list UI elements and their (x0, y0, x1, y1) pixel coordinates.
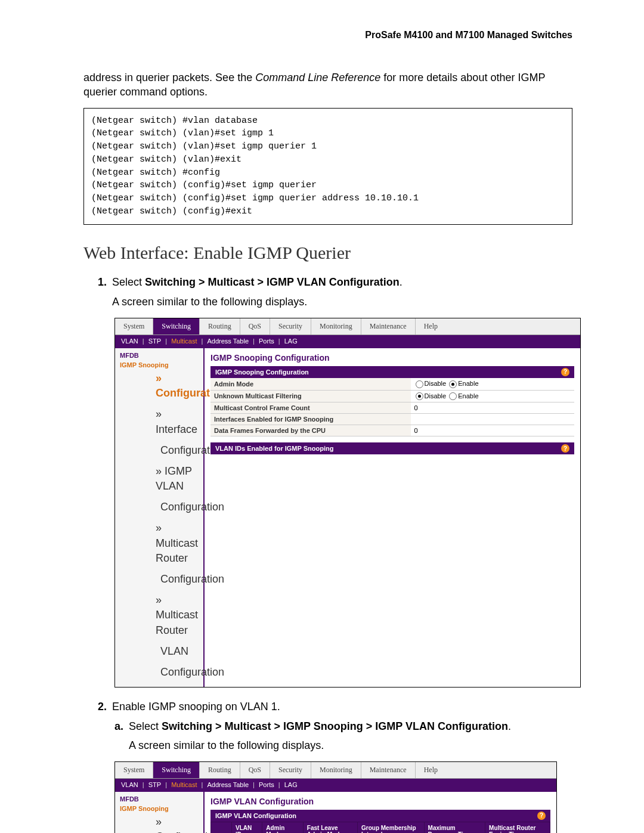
intro-text-a: address in querier packets. See the (83, 72, 255, 83)
tab-qos[interactable]: QoS (240, 762, 270, 778)
admin-enable-radio[interactable] (449, 380, 457, 388)
th-fast: Fast Leave Admin Mode (303, 822, 357, 833)
help-icon[interactable]: ? (561, 368, 569, 376)
th-vlanid: VLAN ID (232, 822, 262, 833)
side-mrouter[interactable]: » Multicast Router (146, 519, 203, 567)
tab-security[interactable]: Security (270, 762, 311, 778)
substep-a-text-c: . (508, 720, 511, 732)
side-configuration[interactable]: » Configuration (146, 813, 203, 833)
side-igmp-vlan[interactable]: » IGMP VLAN (146, 463, 203, 495)
side-mfdb[interactable]: MFDB (115, 351, 203, 360)
subtab-ports[interactable]: Ports (259, 337, 274, 345)
row-mcfc-label: Multicast Control Frame Count (210, 402, 411, 414)
side-igmp-snooping[interactable]: IGMP Snooping (115, 360, 203, 370)
subtab-lag[interactable]: LAG (284, 781, 298, 788)
substep-a-subtext: A screen similar to the following displa… (129, 738, 572, 753)
section-title-2: VLAN IDs Enabled for IGMP Snooping (215, 445, 333, 452)
step-1-text-c: . (400, 276, 402, 288)
section-bar-1: IGMP Snooping Configuration ? (210, 366, 574, 378)
main-panel-2: IGMP VLAN Configuration IGMP VLAN Config… (205, 792, 556, 833)
substep-a-path: Switching > Multicast > IGMP Snooping > … (162, 720, 508, 732)
sidebar-2: MFDB IGMP Snooping » Configuration » Int… (115, 792, 205, 833)
tab-security[interactable]: Security (270, 318, 311, 335)
subtab-lag[interactable]: LAG (284, 337, 298, 345)
tab-monitoring[interactable]: Monitoring (311, 762, 361, 778)
subtab-multicast[interactable]: Multicast (171, 781, 197, 788)
side-igmp-vlan2: Configuration (146, 498, 203, 516)
step-1-number: 1. (98, 275, 112, 290)
side-mrouter-label: Multicast Router (156, 537, 198, 564)
tab-switching[interactable]: Switching (153, 318, 200, 335)
cli-code-block: (Netgear switch) #vlan database (Netgear… (83, 108, 572, 225)
th-group: Group Membership Interval (358, 822, 425, 833)
admin-enable-label: Enable (458, 380, 478, 387)
tab-qos[interactable]: QoS (240, 318, 270, 335)
section-title-3: IGMP VLAN Configuration (215, 812, 296, 819)
side-interface-cfg2: Configuration (146, 442, 203, 459)
tab-routing[interactable]: Routing (200, 318, 240, 335)
screenshot-1: System Switching Routing QoS Security Mo… (114, 318, 581, 688)
section-title-1: IGMP Snooping Configuration (215, 368, 309, 376)
main-panel-1: IGMP Snooping Configuration IGMP Snoopin… (205, 348, 580, 687)
tab-maintenance[interactable]: Maintenance (361, 762, 416, 778)
tab-system[interactable]: System (115, 318, 153, 335)
side-configuration[interactable]: » Configuration (146, 370, 203, 402)
subtab-stp[interactable]: STP (148, 781, 161, 788)
step-1-subtext: A screen similar to the following displa… (112, 295, 572, 309)
page-header: ProSafe M4100 and M7100 Managed Switches (83, 30, 572, 41)
sub-tabs-2: VLAN | STP | Multicast | Address Table |… (115, 779, 556, 792)
side-mrouter2: Configuration (146, 571, 203, 588)
row-admin-mode-value: Disable Enable (411, 378, 575, 390)
side-mrouter-vlan[interactable]: » Multicast Router (146, 592, 203, 639)
subtab-addresstable[interactable]: Address Table (208, 337, 249, 345)
th-expiry: Multicast Router Expiry Time (485, 822, 550, 833)
tab-system[interactable]: System (115, 762, 153, 778)
tab-help[interactable]: Help (416, 762, 446, 778)
section-bar-3: IGMP VLAN Configuration ? (210, 810, 550, 822)
screenshot-2: System Switching Routing QoS Security Mo… (114, 761, 557, 833)
substep-a-letter: a. (114, 719, 129, 734)
sub-tabs: VLAN | STP | Multicast | Address Table |… (115, 335, 580, 348)
step-2-number: 2. (98, 699, 112, 714)
help-icon[interactable]: ? (537, 812, 546, 820)
panel-title-1: IGMP Snooping Configuration (210, 353, 574, 363)
row-ies-label: Interfaces Enabled for IGMP Snooping (210, 414, 411, 425)
step-2-text: Enable IGMP snooping on VLAN 1. (112, 701, 280, 713)
step-2: 2.Enable IGMP snooping on VLAN 1. (98, 699, 572, 714)
admin-disable-radio[interactable] (416, 380, 423, 388)
side-interface-cfg[interactable]: » Interface (146, 405, 203, 438)
row-umf-value: Disable Enable (411, 390, 575, 402)
tab-maintenance[interactable]: Maintenance (361, 318, 416, 335)
subtab-vlan[interactable]: VLAN (121, 781, 138, 788)
substep-a: a.Select Switching > Multicast > IGMP Sn… (114, 719, 572, 734)
subtab-addresstable[interactable]: Address Table (208, 781, 249, 788)
side-igmp-snooping[interactable]: IGMP Snooping (115, 804, 203, 813)
subtab-ports[interactable]: Ports (259, 781, 274, 788)
subtab-stp[interactable]: STP (148, 337, 161, 345)
subtab-vlan[interactable]: VLAN (121, 337, 138, 345)
intro-italic: Command Line Reference (255, 72, 380, 83)
step-1-path: Switching > Multicast > IGMP VLAN Config… (145, 276, 400, 288)
substep-a-text-a: Select (129, 720, 162, 732)
top-tabs: System Switching Routing QoS Security Mo… (115, 318, 580, 335)
row-umf-label: Unknown Multicast Filtering (210, 390, 411, 402)
subtab-multicast[interactable]: Multicast (171, 337, 197, 345)
tab-switching[interactable]: Switching (153, 762, 200, 778)
umf-disable-radio[interactable] (416, 392, 423, 400)
umf-enable-radio[interactable] (449, 392, 457, 400)
side-interface-label: Interface (156, 423, 197, 435)
side-mfdb[interactable]: MFDB (115, 794, 203, 804)
step-1: 1.Select Switching > Multicast > IGMP VL… (98, 275, 572, 290)
top-tabs-2: System Switching Routing QoS Security Mo… (115, 762, 556, 779)
vlan-config-table: VLAN ID Admin Mode Fast Leave Admin Mode… (210, 822, 550, 833)
sidebar: MFDB IGMP Snooping » Configuration » Int… (115, 348, 205, 687)
config-table-1: Admin Mode Disable Enable Unknown Multic… (210, 378, 574, 436)
tab-monitoring[interactable]: Monitoring (311, 318, 361, 335)
help-icon[interactable]: ? (561, 444, 569, 453)
tab-routing[interactable]: Routing (200, 762, 240, 778)
row-dff-value: 0 (411, 425, 575, 436)
th-max: Maximum Response Time (424, 822, 485, 833)
row-dff-label: Data Frames Forwarded by the CPU (210, 425, 411, 436)
row-ies-value (411, 414, 575, 425)
tab-help[interactable]: Help (416, 318, 446, 335)
